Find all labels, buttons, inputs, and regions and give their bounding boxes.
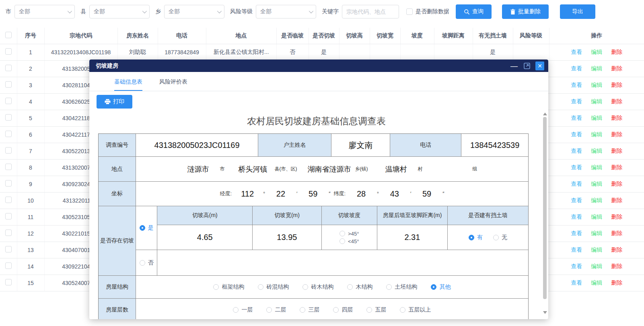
delete-link[interactable]: 删除 bbox=[611, 82, 622, 88]
edit-link[interactable]: 编辑 bbox=[591, 115, 602, 121]
scroll-up-icon[interactable] bbox=[543, 113, 547, 115]
close-icon[interactable]: ✕ bbox=[535, 62, 544, 70]
delete-link[interactable]: 删除 bbox=[611, 65, 622, 72]
no-radio[interactable] bbox=[140, 260, 145, 266]
minimize-icon[interactable]: — bbox=[510, 64, 518, 68]
batch-delete-button[interactable]: 批量删除 bbox=[502, 4, 549, 19]
delete-link[interactable]: 删除 bbox=[611, 263, 622, 269]
delete-link[interactable]: 删除 bbox=[611, 180, 622, 187]
edit-link[interactable]: 编辑 bbox=[591, 49, 602, 55]
tab-risk-evaluation[interactable]: 风险评价表 bbox=[159, 78, 187, 91]
radio-button[interactable] bbox=[258, 284, 263, 290]
edit-link[interactable]: 编辑 bbox=[591, 246, 602, 253]
view-link[interactable]: 查看 bbox=[571, 180, 582, 187]
search-button[interactable]: 查询 bbox=[456, 4, 492, 19]
row-checkbox[interactable] bbox=[5, 262, 12, 269]
view-link[interactable]: 查看 bbox=[571, 115, 582, 121]
row-checkbox[interactable] bbox=[5, 197, 12, 203]
delete-link[interactable]: 删除 bbox=[611, 115, 622, 121]
select-all-checkbox[interactable] bbox=[5, 32, 12, 38]
edit-link[interactable]: 编辑 bbox=[591, 82, 602, 88]
tab-basic-info[interactable]: 基础信息表 bbox=[114, 78, 142, 91]
radio-button[interactable] bbox=[266, 307, 272, 313]
view-link[interactable]: 查看 bbox=[571, 49, 582, 55]
deleted-data-checkbox[interactable] bbox=[406, 8, 413, 15]
delete-link[interactable]: 删除 bbox=[611, 230, 622, 236]
edit-link[interactable]: 编辑 bbox=[591, 180, 602, 187]
view-link[interactable]: 查看 bbox=[571, 98, 582, 105]
cell-select bbox=[0, 77, 17, 93]
edit-link[interactable]: 编辑 bbox=[591, 131, 602, 137]
edit-link[interactable]: 编辑 bbox=[591, 148, 602, 154]
county-select[interactable]: 全部 bbox=[89, 5, 150, 18]
edit-link[interactable]: 编辑 bbox=[591, 164, 602, 170]
row-checkbox[interactable] bbox=[5, 81, 12, 88]
radio-button[interactable] bbox=[339, 238, 345, 244]
radio-button[interactable] bbox=[386, 284, 392, 290]
row-checkbox[interactable] bbox=[5, 279, 12, 285]
view-link[interactable]: 查看 bbox=[571, 263, 582, 269]
risk-level-select[interactable]: 全部 bbox=[256, 5, 316, 18]
row-checkbox[interactable] bbox=[5, 147, 12, 154]
edit-link[interactable]: 编辑 bbox=[591, 279, 602, 286]
yes-radio[interactable] bbox=[140, 225, 145, 231]
export-button[interactable]: 导出 bbox=[560, 4, 595, 19]
row-checkbox[interactable] bbox=[5, 164, 12, 170]
radio-button[interactable] bbox=[493, 235, 499, 240]
radio-button[interactable] bbox=[339, 231, 345, 236]
radio-button[interactable] bbox=[366, 307, 372, 313]
radio-button[interactable] bbox=[300, 307, 305, 313]
row-checkbox[interactable] bbox=[5, 180, 12, 187]
delete-link[interactable]: 删除 bbox=[611, 197, 622, 203]
delete-link[interactable]: 删除 bbox=[611, 49, 622, 55]
delete-link[interactable]: 删除 bbox=[611, 213, 622, 220]
view-link[interactable]: 查看 bbox=[571, 213, 582, 220]
row-checkbox[interactable] bbox=[5, 65, 12, 71]
township-select[interactable]: 全部 bbox=[164, 5, 224, 18]
print-button[interactable]: 打印 bbox=[97, 95, 132, 109]
edit-link[interactable]: 编辑 bbox=[591, 230, 602, 236]
keyword-input[interactable] bbox=[342, 5, 399, 18]
cell-cut-height bbox=[339, 44, 370, 60]
view-link[interactable]: 查看 bbox=[571, 164, 582, 170]
row-checkbox[interactable] bbox=[5, 230, 12, 236]
radio-button[interactable] bbox=[302, 284, 308, 290]
view-link[interactable]: 查看 bbox=[571, 197, 582, 203]
scroll-down-icon[interactable] bbox=[543, 311, 547, 314]
row-checkbox[interactable] bbox=[5, 114, 12, 121]
row-checkbox[interactable] bbox=[5, 48, 12, 55]
edit-link[interactable]: 编辑 bbox=[591, 197, 602, 203]
radio-button[interactable] bbox=[347, 284, 353, 290]
view-link[interactable]: 查看 bbox=[571, 131, 582, 137]
view-link[interactable]: 查看 bbox=[571, 148, 582, 154]
delete-link[interactable]: 删除 bbox=[611, 131, 622, 137]
radio-label: 无 bbox=[502, 234, 507, 241]
row-checkbox[interactable] bbox=[5, 131, 12, 137]
edit-link[interactable]: 编辑 bbox=[591, 213, 602, 220]
radio-button[interactable] bbox=[233, 307, 239, 313]
row-checkbox[interactable] bbox=[5, 98, 12, 104]
delete-link[interactable]: 删除 bbox=[611, 279, 622, 286]
view-link[interactable]: 查看 bbox=[571, 230, 582, 236]
radio-button[interactable] bbox=[400, 307, 405, 313]
row-checkbox[interactable] bbox=[5, 246, 12, 252]
delete-link[interactable]: 删除 bbox=[611, 98, 622, 105]
maximize-icon[interactable] bbox=[523, 62, 531, 70]
view-link[interactable]: 查看 bbox=[571, 82, 582, 88]
radio-button[interactable] bbox=[333, 307, 339, 313]
radio-button[interactable] bbox=[213, 284, 219, 290]
edit-link[interactable]: 编辑 bbox=[591, 98, 602, 105]
edit-link[interactable]: 编辑 bbox=[591, 65, 602, 72]
view-link[interactable]: 查看 bbox=[571, 279, 582, 286]
view-link[interactable]: 查看 bbox=[571, 65, 582, 72]
delete-link[interactable]: 删除 bbox=[611, 164, 622, 170]
city-select[interactable]: 全部 bbox=[14, 5, 75, 18]
edit-link[interactable]: 编辑 bbox=[591, 263, 602, 269]
radio-button[interactable] bbox=[431, 284, 436, 290]
radio-button[interactable] bbox=[469, 235, 474, 240]
view-link[interactable]: 查看 bbox=[571, 246, 582, 253]
delete-link[interactable]: 删除 bbox=[611, 148, 622, 154]
row-checkbox[interactable] bbox=[5, 213, 12, 219]
delete-link[interactable]: 删除 bbox=[611, 246, 622, 253]
scrollbar-thumb[interactable] bbox=[543, 117, 547, 299]
